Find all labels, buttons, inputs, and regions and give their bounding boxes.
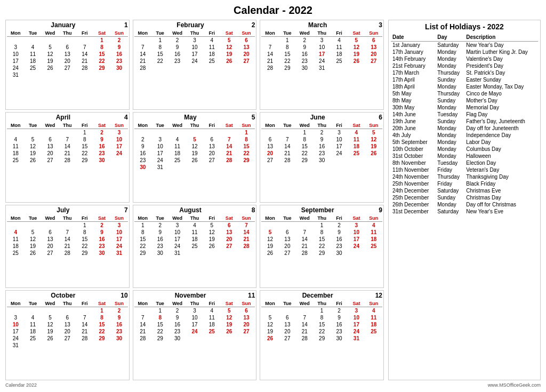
holiday-description: Thanksgiving Day bbox=[464, 173, 538, 180]
holiday-date: 25th December bbox=[391, 194, 436, 201]
day-cell bbox=[365, 335, 382, 342]
day-cell: 20 bbox=[42, 243, 59, 250]
day-cell: 26 bbox=[348, 58, 365, 65]
day-header: Wed bbox=[296, 30, 313, 37]
day-cell: 19 bbox=[203, 236, 220, 243]
week-row: 20212223242526 bbox=[261, 150, 382, 157]
footer-right: www.MSOfficeGeek.com bbox=[488, 382, 541, 388]
day-cell: 2 bbox=[168, 307, 186, 314]
day-header: Fri bbox=[331, 215, 348, 222]
day-cell: 18 bbox=[168, 150, 186, 157]
holiday-description: New Year's Day bbox=[464, 42, 538, 49]
day-cell: 27 bbox=[238, 58, 255, 65]
holiday-row: 5th MayThursdayCinco de Mayo bbox=[391, 90, 538, 97]
holiday-description: Day off for Juneteenth bbox=[464, 125, 538, 132]
day-cell: 7 bbox=[279, 136, 296, 143]
holiday-day: Sunday bbox=[436, 194, 464, 201]
day-cell bbox=[76, 307, 93, 314]
day-cell: 2 bbox=[151, 221, 168, 229]
day-cell: 13 bbox=[42, 236, 59, 243]
holiday-description: Cinco de Mayo bbox=[464, 90, 538, 97]
day-cell bbox=[134, 129, 151, 137]
day-cell: 28 bbox=[76, 65, 93, 71]
holiday-row: 18th AprilMondayEaster Monday, Tax Day bbox=[391, 83, 538, 90]
day-cell: 12 bbox=[348, 44, 365, 51]
day-header: Tue bbox=[24, 30, 41, 37]
day-cell: 3 bbox=[186, 307, 203, 314]
day-header: Sat bbox=[93, 30, 110, 37]
day-cell: 29 bbox=[93, 65, 110, 71]
day-cell: 6 bbox=[238, 37, 255, 44]
day-cell: 20 bbox=[238, 51, 255, 58]
day-cell: 27 bbox=[59, 65, 76, 71]
day-cell: 11 bbox=[24, 321, 41, 328]
day-cell: 10 bbox=[186, 44, 203, 51]
day-cell: 25 bbox=[7, 157, 24, 164]
day-cell: 2 bbox=[331, 221, 348, 229]
week-row: 78910111213 bbox=[134, 44, 255, 51]
day-cell: 8 bbox=[93, 314, 110, 321]
day-cell: 26 bbox=[203, 243, 220, 250]
day-cell: 14 bbox=[134, 51, 151, 58]
month-header: February2 bbox=[134, 21, 255, 29]
day-cell: 6 bbox=[365, 37, 382, 44]
day-header: Thu bbox=[186, 215, 203, 222]
day-cell: 9 bbox=[313, 136, 330, 143]
cal-table: MonTueWedThuFriSatSun1234567891011121314… bbox=[261, 122, 382, 164]
cal-table: MonTueWedThuFriSatSun1234567891011121314… bbox=[261, 300, 382, 342]
day-cell: 22 bbox=[93, 328, 110, 335]
holiday-date: 17th March bbox=[391, 69, 436, 76]
day-cell: 5 bbox=[365, 129, 382, 137]
holiday-date: 5th September bbox=[391, 139, 436, 146]
holiday-day: Sunday bbox=[436, 118, 464, 125]
holiday-day: Monday bbox=[436, 125, 464, 132]
holiday-col-header: Day bbox=[436, 33, 464, 42]
day-cell: 24 bbox=[7, 335, 24, 342]
day-cell: 15 bbox=[76, 236, 93, 243]
day-cell: 14 bbox=[296, 321, 313, 328]
day-header: Wed bbox=[168, 122, 186, 129]
month-block-january: January1MonTueWedThuFriSatSun12345678910… bbox=[5, 20, 130, 110]
day-cell: 24 bbox=[348, 328, 365, 335]
day-cell: 16 bbox=[296, 51, 313, 58]
day-cell: 29 bbox=[296, 157, 313, 164]
day-cell: 2 bbox=[134, 136, 151, 143]
day-cell: 5 bbox=[261, 229, 278, 236]
day-cell: 7 bbox=[59, 136, 76, 143]
month-number: 5 bbox=[246, 114, 255, 121]
day-cell bbox=[221, 250, 238, 257]
day-header: Mon bbox=[261, 215, 278, 222]
holiday-day: Saturday bbox=[436, 42, 464, 49]
day-cell bbox=[24, 129, 41, 137]
day-cell: 14 bbox=[76, 51, 93, 58]
day-cell: 8 bbox=[151, 44, 168, 51]
holiday-date: 31st October bbox=[391, 153, 436, 159]
day-cell: 9 bbox=[110, 44, 127, 51]
cal-table: MonTueWedThuFriSatSun1234567891011121314… bbox=[7, 215, 128, 257]
day-cell bbox=[24, 37, 41, 44]
day-cell: 29 bbox=[93, 335, 110, 342]
day-cell bbox=[221, 129, 238, 137]
day-cell: 25 bbox=[365, 243, 382, 250]
day-cell: 6 bbox=[221, 221, 238, 229]
holiday-description: Veteran's Day bbox=[464, 166, 538, 173]
day-cell: 22 bbox=[296, 150, 313, 157]
day-cell: 17 bbox=[110, 143, 127, 150]
week-row: 21222324252627 bbox=[261, 58, 382, 65]
day-cell: 15 bbox=[93, 321, 110, 328]
day-cell: 12 bbox=[24, 236, 41, 243]
holiday-row: 19th JuneSundayFather's Day, Juneteenth bbox=[391, 118, 538, 125]
day-cell: 6 bbox=[203, 136, 220, 143]
holiday-description: Labor Day bbox=[464, 139, 538, 146]
holiday-date: 26th December bbox=[391, 201, 436, 208]
day-cell: 13 bbox=[203, 143, 220, 150]
day-cell: 6 bbox=[261, 136, 278, 143]
day-header: Tue bbox=[151, 215, 168, 222]
month-name: January bbox=[7, 21, 119, 29]
day-cell bbox=[279, 129, 296, 137]
day-cell: 2 bbox=[331, 307, 348, 314]
day-cell: 25 bbox=[186, 243, 203, 250]
day-header: Sat bbox=[221, 122, 238, 129]
day-cell: 20 bbox=[203, 150, 220, 157]
holiday-date: 14th June bbox=[391, 111, 436, 118]
